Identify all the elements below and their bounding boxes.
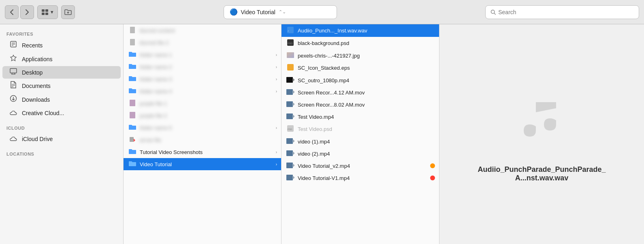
sidebar-item-recents[interactable]: Recents [2,39,121,52]
recents-icon [9,41,18,50]
video-thumb-icon [286,101,294,108]
svg-rect-21 [130,27,135,33]
list-item[interactable]: purple file 2 [124,109,281,122]
chevron-icon: › [276,89,277,94]
list-item-psd[interactable]: PSD black-background.psd [281,37,439,49]
psd-gray-icon: PSD [286,125,294,133]
item-label: Test Video.psd [298,126,435,132]
sidebar: Favorites Recents Applications [0,24,124,244]
item-label: Video Tutorial-V1.mp4 [298,175,427,181]
list-item[interactable]: blurred content [124,24,281,36]
search-bar[interactable] [485,5,639,19]
list-item[interactable]: folder name 4 › [124,85,281,97]
new-folder-button[interactable] [61,5,75,19]
svg-rect-12 [10,68,17,73]
list-item-eps[interactable]: SC_Icon_Stacked.eps [281,62,439,74]
downloads-icon [9,95,18,104]
column-1: blurred content blurred file 2 folder na… [124,24,281,244]
svg-rect-3 [45,13,48,15]
view-chevron: ▾ [51,9,53,15]
list-item[interactable]: folder name 2 › [124,61,281,73]
list-item-test-psd[interactable]: PSD Test Video.psd [281,123,439,135]
item-label: Video Tutorial [140,161,273,167]
item-label: black-background.psd [298,40,435,46]
item-label: video (1).mp4 [298,139,435,145]
list-item-video-tutorial[interactable]: Video Tutorial › [124,158,281,170]
icloud-drive-label: iCloud Drive [22,136,53,142]
list-item[interactable]: folder name 5 › [124,122,281,134]
eps-icon [286,64,294,72]
location-text: Video Tutorial [241,9,275,15]
list-item-mov1[interactable]: Screen Recor...4.12 AM.mov [281,86,439,98]
list-item-wav[interactable]: ♪ Audiio_Punch..._Inst.wav.wav [281,24,439,37]
chevron-icon: › [276,77,277,81]
list-item-mp4-outro[interactable]: SC_outro_1080p.mp4 [281,74,439,86]
svg-marker-35 [293,78,294,81]
list-item[interactable]: purple file 1 [124,97,281,109]
item-label: blurred file 2 [140,40,277,46]
recents-label: Recents [22,42,43,49]
folder-selected-icon [128,161,136,168]
sidebar-item-creative-cloud[interactable]: Creative Cloud... [2,107,121,119]
main-content: Favorites Recents Applications [0,24,644,244]
list-item-jpg[interactable]: pexels-chris-...-421927.jpg [281,49,439,62]
sidebar-item-icloud-drive[interactable]: iCloud Drive [2,133,121,145]
red-badge [430,176,435,180]
list-item[interactable]: folder name 1 › [124,49,281,61]
item-label: video (2).mp4 [298,151,435,157]
view-mode-button[interactable]: ▾ [37,5,58,19]
creative-cloud-icon [9,109,18,117]
list-item-mov2[interactable]: Screen Recor...8.02 AM.mov [281,98,439,111]
svg-marker-49 [293,164,294,167]
item-label: folder name 3 [140,76,273,82]
folder-icon [128,75,136,83]
list-item[interactable]: blurred file 2 [124,36,281,49]
location-folder-icon: 🔵 [230,8,238,16]
column-2: ♪ Audiio_Punch..._Inst.wav.wav PSD black… [281,24,439,244]
svg-marker-39 [293,103,294,106]
favorites-section-label: Favorites [0,29,123,38]
svg-rect-25 [130,137,134,142]
preview-filename: Audiio_PunchParade_PunchParade_A...nst.w… [477,165,607,182]
forward-button[interactable] [20,5,34,19]
svg-rect-46 [286,150,293,156]
svg-rect-36 [286,89,293,95]
list-item-test-video[interactable]: Test Video.mp4 [281,111,439,123]
svg-rect-50 [286,175,293,180]
svg-text:PSD: PSD [288,128,292,131]
back-button[interactable] [5,5,19,19]
video-thumb-icon [286,138,294,145]
list-item-video1[interactable]: video (1).mp4 [281,135,439,148]
svg-marker-45 [293,139,294,143]
svg-rect-24 [130,112,135,118]
svg-marker-47 [293,152,294,155]
chevron-right-icon: › [276,162,277,167]
file-icon [128,27,136,34]
list-item[interactable]: folder name 3 › [124,73,281,85]
chevron-icon: › [276,53,277,57]
chevron-icon: › [276,65,277,69]
documents-icon [9,81,18,90]
sidebar-item-documents[interactable]: Documents [2,79,121,92]
item-label: arrow file [140,137,277,143]
item-label: Screen Recor...4.12 AM.mov [298,90,435,96]
list-item-vt-v2[interactable]: Video Tutorial_v2.mp4 [281,160,439,172]
svg-rect-40 [286,113,293,119]
list-item-tutorial-screenshots[interactable]: Tutorial Video Screenshots › [124,146,281,158]
sidebar-item-desktop[interactable]: Desktop [2,66,121,79]
sidebar-item-applications[interactable]: Applications [2,52,121,66]
locations-section-label: Locations [0,149,123,158]
list-item-video2[interactable]: video (2).mp4 [281,148,439,160]
sidebar-item-downloads[interactable]: Downloads [2,93,121,106]
chevron-icon: › [276,126,277,130]
psd-icon: PSD [286,39,294,47]
location-chevron-icon: ⌃⌄ [279,9,286,15]
location-bar[interactable]: 🔵 Video Tutorial ⌃⌄ [224,5,337,19]
list-item[interactable]: arrow file [124,134,281,146]
applications-icon [9,54,18,64]
file-icon [128,39,136,47]
svg-rect-2 [42,13,45,15]
svg-marker-26 [134,139,135,142]
search-input[interactable] [498,9,634,15]
list-item-vt-v1[interactable]: Video Tutorial-V1.mp4 [281,172,439,184]
